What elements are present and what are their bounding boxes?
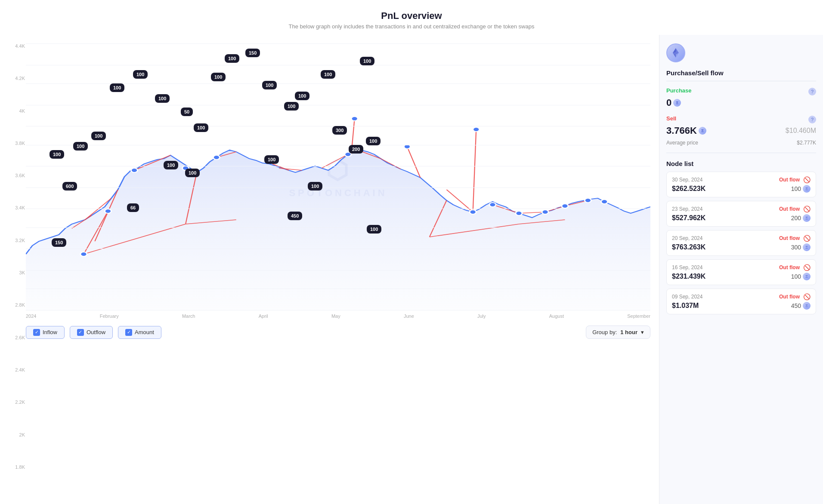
chart-legend: ✓ Inflow ✓ Outflow ✓ Amount Group by: 1 … [26,326,650,339]
avg-price-value: $2.777K [797,140,816,146]
y-axis-label: 2.4K [3,367,25,372]
node-item: 23 Sep, 2024 Out flow 🚫 $527.962K 200 Ξ [666,201,816,227]
x-axis: 2024FebruaryMarchAprilMayJuneJulyAugustS… [26,310,650,319]
svg-point-36 [585,198,591,203]
y-axis-label: 3.6K [3,173,25,178]
eye-off-icon[interactable]: 🚫 [803,176,811,183]
node-item: 20 Sep, 2024 Out flow 🚫 $763.263K 300 Ξ [666,230,816,256]
chart-area: 4.4K4.2K4K3.8K3.6K3.4K3.2K3K2.8K2.6K2.4K… [0,35,659,504]
node-amount: $231.439K [672,273,705,280]
node-amount: $1.037M [672,302,699,310]
x-axis-label: June [404,313,414,319]
badge-100-5: 100 [133,70,148,79]
badge-100-2: 100 [73,142,88,151]
svg-point-31 [470,210,476,214]
y-axis-label: 2.8K [3,302,25,307]
x-axis-label: April [259,313,268,319]
y-axis-label: 3K [3,270,25,275]
y-axis-label: 3.2K [3,238,25,243]
badge-100-9: 100 [185,169,200,177]
purchase-label: Purchase [666,87,692,94]
sell-usd-value: $10.460M [786,127,816,135]
group-by-dropdown[interactable]: Group by: 1 hour ▾ [586,326,650,339]
x-axis-label: May [331,313,340,319]
node-date: 30 Sep, 2024 [672,177,702,183]
svg-line-15 [473,129,476,212]
amount-label: Amount [135,329,154,335]
node-eth-icon: Ξ [803,214,811,222]
node-token-amount: 100 Ξ [791,185,811,193]
legend-outflow[interactable]: ✓ Outflow [70,326,113,339]
badge-200: 200 [349,145,363,154]
eye-off-icon[interactable]: 🚫 [803,206,811,212]
node-amount: $527.962K [672,214,705,222]
svg-point-35 [562,204,568,208]
group-by-value: 1 hour [620,329,637,335]
outflow-checkbox[interactable]: ✓ [77,329,84,336]
y-axis-label: 3.8K [3,141,25,146]
x-axis-label: 2024 [26,313,36,319]
node-date: 16 Sep, 2024 [672,264,702,270]
y-axis-label: 4.4K [3,43,25,49]
svg-point-32 [489,203,496,207]
node-list: 30 Sep, 2024 Out flow 🚫 $262.523K 100 Ξ … [666,172,816,314]
badge-100-7: 50 [181,108,193,116]
eye-off-icon[interactable]: 🚫 [803,235,811,242]
legend-amount[interactable]: ✓ Amount [118,326,161,339]
sell-value: 3.766K Ξ [666,125,706,136]
badge-50: 100 [194,123,208,132]
svg-point-33 [516,211,522,215]
node-date: 23 Sep, 2024 [672,206,702,212]
x-axis-label: March [182,313,195,319]
inflow-checkbox[interactable]: ✓ [33,329,40,336]
badge-100-1: 100 [50,150,64,159]
badge-100-19: 100 [366,137,381,145]
legend-inflow[interactable]: ✓ Inflow [26,326,65,339]
page-title: PnL overview [0,10,823,22]
badge-150-bl: 150 [52,238,66,247]
badge-100-16: 100 [308,182,322,191]
node-token-amount: 450 Ξ [791,302,811,310]
node-flow-label: Out flow [779,264,800,270]
badge-100-12: 150 [245,49,260,57]
y-axis: 4.4K4.2K4K3.8K3.6K3.4K3.2K3K2.8K2.6K2.4K… [3,43,25,470]
sell-help-icon[interactable]: ? [808,116,816,123]
badge-100-4: 100 [110,83,124,92]
node-token-amount: 100 Ξ [791,273,811,280]
node-amount: $763.263K [672,243,705,251]
chevron-down-icon: ▾ [641,329,644,335]
badge-100-13: 100 [262,81,277,89]
amount-checkbox[interactable]: ✓ [125,329,132,336]
x-axis-label: August [549,313,564,319]
svg-point-30 [473,127,480,132]
badge-100-8: 100 [164,161,178,169]
x-axis-label: July [477,313,486,319]
badge-100-18: 100 [360,57,374,65]
page-header: PnL overview The below graph only includ… [0,0,823,35]
node-eth-icon: Ξ [803,302,811,310]
badge-300: 300 [332,126,347,135]
eye-off-icon[interactable]: 🚫 [803,293,811,300]
badge-100-15: 100 [295,92,309,100]
outflow-label: Outflow [87,329,105,335]
node-flow-label: Out flow [779,294,800,300]
svg-point-38 [80,252,87,256]
y-axis-label: 4K [3,108,25,114]
purchase-value: 0 Ξ [666,97,681,108]
node-eth-icon: Ξ [803,243,811,251]
purchase-help-icon[interactable]: ? [808,88,816,95]
eye-off-icon[interactable]: 🚫 [803,264,811,271]
badge-100-20: 100 [367,225,381,234]
node-item: 30 Sep, 2024 Out flow 🚫 $262.523K 100 Ξ [666,172,816,197]
svg-point-28 [351,117,358,121]
node-item: 16 Sep, 2024 Out flow 🚫 $231.439K 100 Ξ [666,259,816,285]
page-subtitle: The below graph only includes the transa… [0,23,823,30]
badge-100-14: 100 [264,155,279,164]
badge-600: 600 [62,182,77,191]
avg-price-label: Average price [666,140,698,146]
svg-point-25 [131,168,137,172]
badge-150: 100 [284,102,299,111]
purchase-sell-section-title: Purchase/Sell flow [666,69,816,81]
inflow-label: Inflow [43,329,57,335]
node-eth-icon: Ξ [803,273,811,280]
